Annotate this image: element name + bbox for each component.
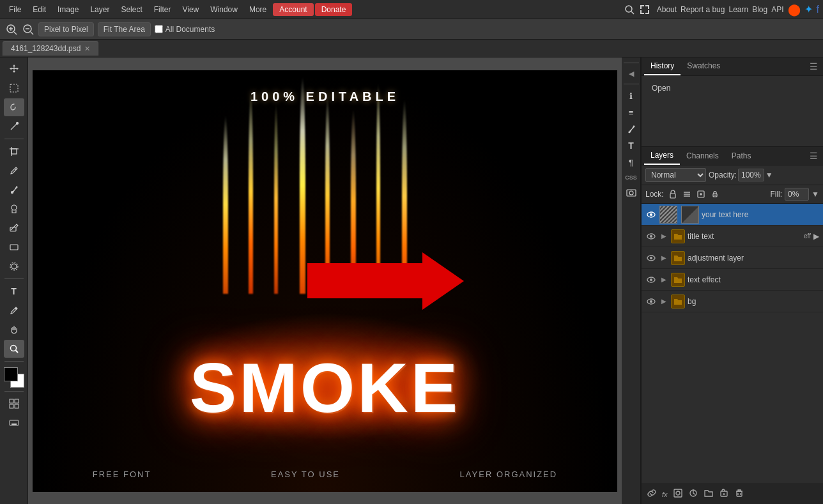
layer-visibility-toggle[interactable] [645, 274, 657, 286]
eraser-tool[interactable] [4, 219, 24, 237]
menu-select[interactable]: Select [116, 3, 147, 17]
fullscreen-icon[interactable] [639, 4, 650, 15]
zoom-in-icon[interactable] [5, 23, 18, 36]
opacity-dropdown-icon[interactable]: ▼ [765, 171, 773, 179]
history-item[interactable]: Open [647, 81, 818, 95]
layer-visibility-toggle[interactable] [645, 252, 657, 264]
layer-expand-button[interactable]: ▶ [659, 297, 668, 306]
layer-expand-button[interactable]: ▶ [659, 232, 668, 241]
delete-layer-icon[interactable] [734, 488, 744, 500]
lasso-tool[interactable] [4, 98, 24, 116]
eyedropper-tool[interactable] [4, 162, 24, 179]
layer-expand-right-icon[interactable]: ▶ [813, 232, 819, 241]
css-panel-icon[interactable]: CSS [624, 171, 639, 184]
brush-settings-icon[interactable] [624, 121, 639, 137]
menu-donate[interactable]: Donate [315, 3, 353, 16]
zoom-tool[interactable] [4, 340, 24, 358]
all-documents-checkbox[interactable] [155, 25, 163, 33]
tab-channels[interactable]: Channels [680, 148, 725, 164]
menu-report-bug[interactable]: Report a bug [681, 5, 725, 14]
type-settings-icon[interactable]: T [624, 138, 639, 153]
layer-effects-indicator[interactable]: eff [804, 233, 811, 240]
document-tab[interactable]: 4161_128243dd.psd ✕ [3, 41, 98, 56]
type-tool[interactable]: T [4, 282, 24, 300]
link-layers-icon[interactable] [647, 488, 657, 500]
zoom-out-icon[interactable] [22, 23, 35, 36]
add-mask-icon[interactable] [673, 488, 683, 500]
hand-tool[interactable] [4, 321, 24, 339]
brush-tool[interactable] [4, 181, 24, 199]
keyboard-tool[interactable] [4, 414, 24, 432]
layer-item[interactable]: ▶ adjustment layer [642, 247, 823, 269]
foreground-color[interactable] [4, 367, 18, 381]
photo-panel-icon[interactable] [624, 185, 639, 201]
tab-bar: 4161_128243dd.psd ✕ [0, 40, 823, 57]
menu-blog[interactable]: Blog [752, 5, 767, 14]
shape-tool[interactable] [4, 238, 24, 256]
color-swatches[interactable] [4, 367, 24, 388]
menu-window[interactable]: Window [205, 3, 243, 17]
all-documents-checkbox-label[interactable]: All Documents [155, 25, 215, 34]
new-folder-icon[interactable] [704, 488, 714, 500]
menu-view[interactable]: View [177, 3, 204, 17]
lock-pixels-icon[interactable] [668, 189, 678, 199]
menu-layer[interactable]: Layer [85, 3, 114, 17]
opacity-value[interactable]: 100% [738, 169, 764, 181]
menu-image[interactable]: Image [52, 3, 84, 17]
settings-panel-icon[interactable]: ≡ [624, 105, 639, 120]
magic-wand-tool[interactable] [4, 118, 24, 135]
layer-thumbnail [659, 206, 677, 224]
menu-edit[interactable]: Edit [27, 3, 51, 17]
layer-item[interactable]: ▶ title text eff ▶ [642, 225, 823, 247]
pixel-to-pixel-button[interactable]: Pixel to Pixel [38, 22, 94, 36]
search-icon[interactable] [624, 4, 635, 15]
paragraph-settings-icon[interactable]: ¶ [624, 155, 639, 170]
marquee-tool[interactable] [4, 79, 24, 97]
tab-history[interactable]: History [644, 57, 681, 75]
menu-account[interactable]: Account [273, 3, 313, 16]
menu-more[interactable]: More [244, 3, 272, 17]
layer-visibility-toggle[interactable] [645, 296, 657, 307]
history-panel-menu[interactable]: ☰ [807, 57, 820, 75]
blur-tool[interactable] [4, 257, 24, 275]
lock-artboard-icon[interactable] [696, 189, 706, 199]
fill-value[interactable]: 0% [785, 188, 809, 201]
grid-tool[interactable] [4, 395, 24, 413]
add-layer-effect-icon[interactable]: fx [662, 491, 668, 498]
adjustment-layer-icon[interactable] [688, 488, 698, 500]
lock-position-icon[interactable] [682, 189, 692, 199]
layer-visibility-toggle[interactable] [645, 209, 657, 220]
reddit-icon[interactable]: ⬤ [788, 3, 801, 17]
layer-folder-icon [671, 251, 685, 265]
layer-item[interactable]: ▶ bg [642, 291, 823, 312]
menu-about[interactable]: About [657, 5, 677, 14]
menu-file[interactable]: File [4, 3, 26, 17]
tab-paths[interactable]: Paths [725, 148, 758, 164]
info-panel-icon[interactable]: ℹ [624, 88, 639, 103]
menu-learn[interactable]: Learn [728, 5, 748, 14]
tab-layers[interactable]: Layers [644, 147, 680, 165]
fit-area-button[interactable]: Fit The Area [98, 22, 151, 36]
canvas-bottom-labels: FREE FONT EASY TO USE LAYER ORGANIZED [33, 470, 617, 479]
layer-item[interactable]: ▶ text effect [642, 269, 823, 291]
close-tab-button[interactable]: ✕ [84, 45, 90, 53]
lock-all-icon[interactable] [710, 189, 720, 199]
layers-panel-menu[interactable]: ☰ [807, 147, 820, 165]
stamp-tool[interactable] [4, 200, 24, 218]
crop-tool[interactable] [4, 142, 24, 160]
pen-tool[interactable] [4, 302, 24, 319]
fill-dropdown-icon[interactable]: ▼ [811, 190, 819, 199]
layer-expand-button[interactable]: ▶ [659, 275, 668, 284]
move-tool[interactable] [4, 60, 24, 78]
layer-item[interactable]: your text here [642, 204, 823, 225]
layer-visibility-toggle[interactable] [645, 231, 657, 242]
new-layer-icon[interactable] [719, 488, 729, 500]
layer-expand-button[interactable]: ▶ [659, 254, 668, 263]
collapse-panels-button[interactable]: ◀ [624, 67, 639, 80]
blend-mode-select[interactable]: Normal Multiply Screen Overlay Darken Li… [645, 168, 706, 182]
facebook-icon[interactable]: f [817, 4, 819, 15]
tab-swatches[interactable]: Swatches [681, 57, 727, 75]
menu-api[interactable]: API [771, 5, 783, 14]
twitter-icon[interactable]: ✦ [804, 3, 813, 15]
menu-filter[interactable]: Filter [149, 3, 176, 17]
